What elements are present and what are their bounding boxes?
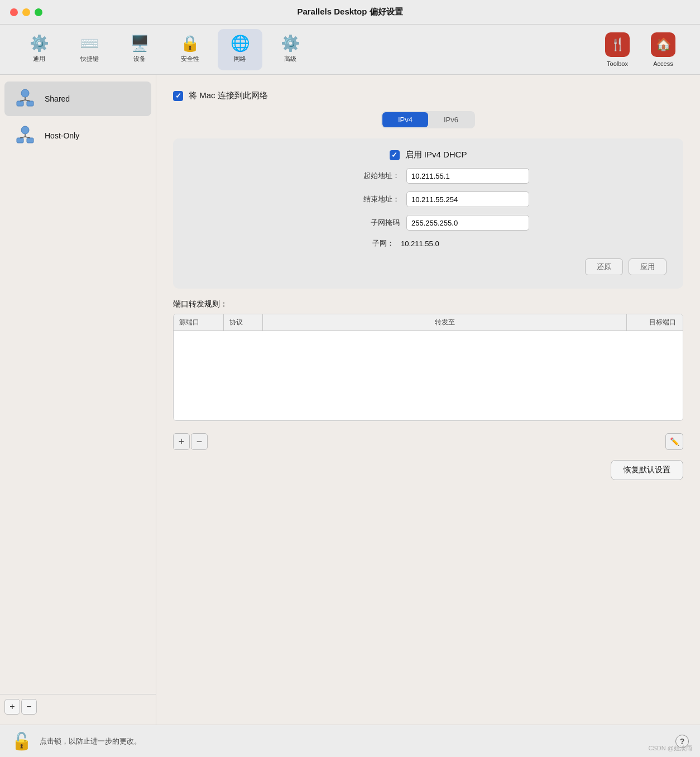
edit-rule-button[interactable]: ✏️ bbox=[665, 433, 683, 450]
devices-icon: 🖥️ bbox=[130, 36, 150, 51]
col-dest: 转发至 bbox=[263, 314, 627, 330]
toolbar-item-network[interactable]: 🌐 网络 bbox=[218, 29, 262, 70]
subnet-row: 子网： 10.211.55.0 bbox=[190, 238, 667, 248]
connect-label: 将 Mac 连接到此网络 bbox=[189, 90, 268, 101]
advanced-label: 高级 bbox=[284, 55, 296, 63]
shortcuts-icon: ⌨️ bbox=[80, 36, 99, 51]
svg-point-6 bbox=[21, 126, 29, 134]
footer-text: 点击锁，以防止进一步的更改。 bbox=[40, 736, 141, 746]
svg-line-10 bbox=[20, 137, 25, 138]
sidebar-item-shared[interactable]: Shared bbox=[4, 82, 151, 116]
advanced-icon: ⚙️ bbox=[281, 36, 300, 51]
sidebar-shared-label: Shared bbox=[45, 94, 70, 103]
close-button[interactable] bbox=[10, 8, 18, 16]
toolbar-item-toolbox[interactable]: 🍴 Toolbox bbox=[597, 29, 637, 70]
toolbar-item-advanced[interactable]: ⚙️ 高级 bbox=[268, 29, 313, 70]
toolbar-item-access[interactable]: 🏠 Access bbox=[643, 29, 683, 70]
toolbar-item-security[interactable]: 🔒 安全性 bbox=[167, 29, 212, 70]
col-src-port: 源端口 bbox=[174, 314, 224, 330]
svg-rect-1 bbox=[17, 101, 23, 106]
network-label: 网络 bbox=[234, 55, 246, 63]
port-table-header: 源端口 协议 转发至 目标端口 bbox=[174, 314, 683, 331]
ipv6-tab[interactable]: IPv6 bbox=[428, 112, 474, 127]
col-protocol: 协议 bbox=[224, 314, 263, 330]
svg-rect-8 bbox=[27, 138, 33, 143]
ip-config-box: 启用 IPv4 DHCP 起始地址： 结束地址： 子网掩码 子网： 10.211… bbox=[173, 138, 683, 289]
detail-panel: 将 Mac 连接到此网络 IPv4 IPv6 启用 IPv4 DHCP 起始地址… bbox=[156, 75, 700, 725]
main-content: Shared Host-Only + − bbox=[0, 75, 700, 725]
general-label: 通用 bbox=[33, 55, 45, 63]
svg-line-5 bbox=[25, 100, 30, 101]
port-forwarding-section: 端口转发规则： 源端口 协议 转发至 目标端口 bbox=[173, 299, 683, 421]
maximize-button[interactable] bbox=[35, 8, 42, 16]
subnet-mask-row: 子网掩码 bbox=[190, 215, 667, 231]
toolbar-item-devices[interactable]: 🖥️ 设备 bbox=[117, 29, 162, 70]
connect-checkbox[interactable] bbox=[173, 91, 183, 101]
svg-rect-7 bbox=[17, 138, 23, 143]
sidebar-item-host-only[interactable]: Host-Only bbox=[4, 118, 151, 153]
remove-network-button[interactable]: − bbox=[21, 699, 37, 715]
subnet-mask-input[interactable] bbox=[406, 215, 529, 231]
revert-button[interactable]: 还原 bbox=[585, 258, 623, 275]
toolbox-icon: 🍴 bbox=[605, 32, 630, 57]
lock-icon[interactable]: 🔓 bbox=[11, 731, 32, 751]
sidebar-host-only-label: Host-Only bbox=[45, 131, 79, 140]
start-addr-label: 起始地址： bbox=[327, 171, 400, 181]
port-forwarding-table: 源端口 协议 转发至 目标端口 bbox=[173, 314, 683, 421]
sidebar: Shared Host-Only + − bbox=[0, 75, 156, 725]
security-icon: 🔒 bbox=[180, 36, 200, 51]
start-addr-input[interactable] bbox=[406, 168, 529, 184]
window-controls[interactable] bbox=[10, 8, 42, 16]
svg-rect-2 bbox=[27, 101, 33, 106]
connect-row: 将 Mac 连接到此网络 bbox=[173, 90, 683, 101]
svg-line-4 bbox=[20, 100, 25, 101]
toolbar-right: 🍴 Toolbox 🏠 Access bbox=[597, 29, 683, 70]
port-actions: + − ✏️ bbox=[173, 433, 683, 450]
window-title: Parallels Desktop 偏好设置 bbox=[297, 7, 402, 17]
dhcp-checkbox[interactable] bbox=[390, 150, 400, 160]
action-buttons-row: 还原 应用 bbox=[190, 258, 667, 275]
devices-label: 设备 bbox=[133, 55, 146, 63]
network-icon: 🌐 bbox=[231, 36, 250, 51]
toolbar-item-shortcuts[interactable]: ⌨️ 快捷键 bbox=[67, 29, 112, 70]
add-network-button[interactable]: + bbox=[4, 699, 20, 715]
dhcp-label: 启用 IPv4 DHCP bbox=[405, 150, 467, 160]
minimize-button[interactable] bbox=[22, 8, 30, 16]
access-icon: 🏠 bbox=[651, 32, 675, 57]
toolbox-label: Toolbox bbox=[607, 60, 628, 67]
port-table-body bbox=[174, 331, 683, 420]
subnet-mask-label: 子网掩码 bbox=[327, 218, 400, 228]
apply-button[interactable]: 应用 bbox=[629, 258, 667, 275]
subnet-value: 10.211.55.0 bbox=[401, 239, 535, 248]
end-addr-row: 结束地址： bbox=[190, 191, 667, 207]
toolbar-item-general[interactable]: ⚙️ 通用 bbox=[17, 29, 61, 70]
subnet-label: 子网： bbox=[322, 238, 394, 248]
general-icon: ⚙️ bbox=[30, 36, 49, 51]
edit-pencil-icon: ✏️ bbox=[670, 437, 679, 446]
restore-defaults-container: 恢复默认设置 bbox=[173, 460, 683, 480]
svg-line-11 bbox=[25, 137, 30, 138]
shared-network-icon bbox=[13, 87, 37, 111]
shortcuts-label: 快捷键 bbox=[80, 55, 99, 63]
ip-toggle-container: IPv4 IPv6 bbox=[173, 111, 683, 128]
toolbar: ⚙️ 通用 ⌨️ 快捷键 🖥️ 设备 🔒 安全性 🌐 网络 ⚙️ 高级 🍴 To… bbox=[0, 25, 700, 75]
access-label: Access bbox=[653, 60, 673, 67]
footer: 🔓 点击锁，以防止进一步的更改。 ? bbox=[0, 725, 700, 757]
ip-toggle: IPv4 IPv6 bbox=[381, 111, 475, 128]
svg-point-0 bbox=[21, 89, 29, 97]
dhcp-row: 启用 IPv4 DHCP bbox=[190, 150, 667, 160]
sidebar-bottom: + − bbox=[0, 694, 156, 719]
end-addr-label: 结束地址： bbox=[327, 194, 400, 204]
security-label: 安全性 bbox=[181, 55, 199, 63]
host-only-network-icon bbox=[13, 124, 37, 147]
footer-left: 🔓 点击锁，以防止进一步的更改。 bbox=[11, 731, 141, 751]
watermark: CSDN @姐淡雨 bbox=[649, 744, 692, 753]
ipv4-tab[interactable]: IPv4 bbox=[382, 112, 428, 127]
remove-rule-button[interactable]: − bbox=[191, 433, 208, 450]
end-addr-input[interactable] bbox=[406, 191, 529, 207]
start-addr-row: 起始地址： bbox=[190, 168, 667, 184]
titlebar: Parallels Desktop 偏好设置 bbox=[0, 0, 700, 25]
add-rule-button[interactable]: + bbox=[173, 433, 190, 450]
restore-defaults-button[interactable]: 恢复默认设置 bbox=[611, 460, 683, 480]
port-actions-left: + − bbox=[173, 433, 208, 450]
